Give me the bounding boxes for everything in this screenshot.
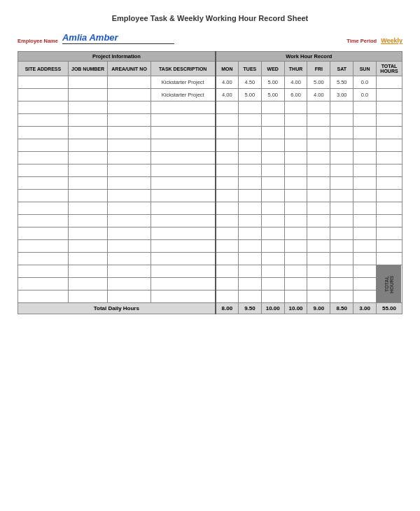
col-sat: SAT: [330, 62, 354, 76]
employee-name: Amlia Amber: [62, 32, 174, 44]
table-row: [18, 190, 402, 202]
col-task: TASK DESCRIPTION: [150, 62, 215, 76]
time-period-value: Weekly: [381, 37, 402, 44]
table-row: [18, 177, 402, 190]
total-all: 55.00: [376, 303, 402, 314]
table-row: [18, 227, 402, 240]
col-wed: WED: [261, 62, 284, 76]
total-label: Total Daily Hours: [18, 303, 216, 314]
total-sun: 3.00: [354, 303, 377, 314]
table-row: [18, 202, 402, 215]
employee-row: Employee Name Amlia Amber Time Period We…: [18, 32, 402, 44]
table-row: [18, 114, 402, 127]
total-sat: 8.50: [330, 303, 354, 314]
table-row: [18, 164, 402, 177]
table-row: [18, 152, 402, 164]
table-row: [18, 127, 402, 139]
table-row: [18, 215, 402, 227]
table-row: [18, 240, 402, 253]
total-tue: 9.50: [239, 303, 262, 314]
table-row: [18, 290, 402, 303]
col-total: TOTAL HOURS: [376, 62, 402, 76]
total-hours-cell: TOTAL HOURS: [376, 265, 402, 303]
table-row: TOTAL HOURS: [18, 265, 402, 278]
total-mon: 8.00: [216, 303, 239, 314]
table-row: [18, 278, 402, 290]
time-period-label: Time Period: [346, 38, 377, 44]
col-area: AREA/UNIT NO: [108, 62, 151, 76]
col-job: JOB NUMBER: [68, 62, 107, 76]
col-mon: MON: [216, 62, 239, 76]
table-row: [18, 102, 402, 114]
main-table: Project Information Work Hour Record SIT…: [18, 51, 402, 314]
employee-label: Employee Name: [18, 38, 58, 44]
col-sun: SUN: [354, 62, 377, 76]
totals-row: Total Daily Hours 8.00 9.50 10.00 10.00 …: [18, 303, 402, 314]
workhour-header: Work Hour Record: [216, 52, 402, 62]
project-info-header: Project Information: [18, 52, 216, 62]
col-fri: FRI: [307, 62, 330, 76]
table-row: Kickstarter Project4.004.505.004.005.005…: [18, 76, 402, 89]
table-row: [18, 253, 402, 265]
total-wed: 10.00: [261, 303, 284, 314]
page-title: Employee Task & Weekly Working Hour Reco…: [18, 14, 402, 22]
total-thu: 10.00: [284, 303, 307, 314]
total-fri: 9.00: [307, 303, 330, 314]
col-thu: THUR: [284, 62, 307, 76]
table-row: Kickstarter Project4.005.005.006.004.003…: [18, 89, 402, 102]
col-tue: TUES: [239, 62, 262, 76]
table-row: [18, 139, 402, 152]
col-site: SITE ADDRESS: [18, 62, 69, 76]
